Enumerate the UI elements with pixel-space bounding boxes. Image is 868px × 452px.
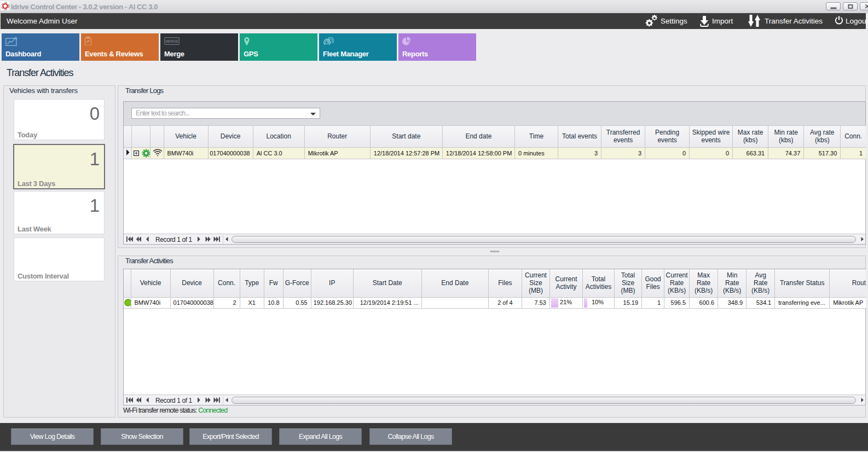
svg-text:MERGE: MERGE: [165, 39, 178, 43]
